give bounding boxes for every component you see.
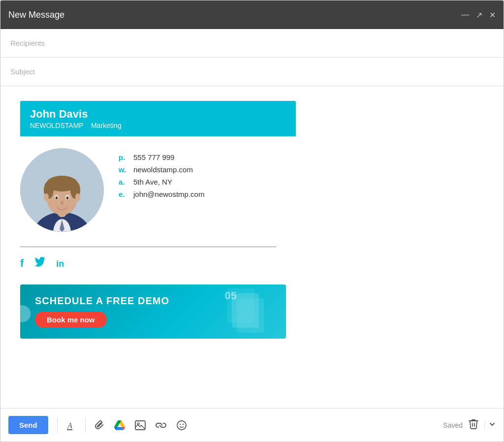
svg-point-25 (179, 423, 180, 424)
title-bar: New Message — ↗ ✕ (0, 0, 504, 29)
profile-section: p. 555 777 999 w. newoldstamp.com a. 5th… (20, 136, 296, 242)
format-text-icon[interactable]: A (62, 417, 81, 433)
saved-status: Saved (443, 421, 463, 429)
more-options-button[interactable] (484, 421, 496, 430)
svg-text:A: A (67, 421, 72, 430)
contact-info: p. 555 777 999 w. newoldstamp.com a. 5th… (119, 148, 204, 202)
web-label: w. (119, 165, 128, 174)
expand-button[interactable]: ↗ (476, 10, 482, 20)
company-line: NEWOLDSTAMP Marketing (30, 122, 286, 129)
minimize-button[interactable]: — (461, 10, 469, 19)
book-now-button[interactable]: Book me now (35, 312, 107, 328)
address-value: 5th Ave, NY (133, 178, 172, 186)
web-row: w. newoldstamp.com (119, 165, 204, 174)
signature-divider (20, 247, 276, 247)
address-row: a. 5th Ave, NY (119, 178, 204, 186)
twitter-icon[interactable] (34, 257, 45, 271)
avatar (20, 148, 104, 232)
phone-value: 555 777 999 (133, 153, 174, 161)
company-name: NEWOLDSTAMP (30, 122, 83, 129)
svg-point-12 (56, 196, 58, 199)
window-title: New Message (8, 10, 64, 20)
linkedin-icon[interactable]: in (56, 257, 64, 271)
delete-icon[interactable] (469, 418, 478, 432)
toolbar-divider-2 (85, 417, 86, 433)
insert-image-icon[interactable] (130, 417, 151, 433)
compose-window: New Message — ↗ ✕ John Davis NEWOLDSTAMP… (0, 0, 504, 442)
promo-content: SCHEDULE A FREE DEMO Book me now (35, 295, 169, 328)
name-banner: John Davis NEWOLDSTAMP Marketing (20, 101, 296, 136)
facebook-icon[interactable]: f (20, 257, 24, 271)
subject-row (0, 58, 504, 86)
toolbar-right: Saved (443, 418, 496, 432)
avatar-image (20, 148, 104, 232)
social-icons: f in (20, 257, 296, 271)
svg-point-15 (44, 193, 49, 201)
svg-point-16 (75, 193, 80, 201)
globe-decoration: ● (20, 289, 34, 334)
address-label: a. (119, 178, 128, 186)
email-value: john@newostmp.com (133, 190, 204, 198)
attach-file-icon[interactable] (90, 417, 109, 434)
recipients-row (0, 29, 504, 58)
signature-card: John Davis NEWOLDSTAMP Marketing (20, 101, 296, 339)
drive-icon[interactable] (109, 417, 130, 433)
send-button[interactable]: Send (8, 416, 48, 434)
svg-point-26 (182, 423, 183, 424)
promo-title: SCHEDULE A FREE DEMO (35, 295, 169, 307)
phone-label: p. (119, 153, 128, 161)
svg-point-24 (177, 421, 186, 430)
department-name: Marketing (91, 122, 121, 129)
window-controls: — ↗ ✕ (461, 10, 496, 20)
promo-decoration (222, 288, 271, 335)
email-label: e. (119, 190, 128, 198)
full-name: John Davis (30, 108, 286, 121)
toolbar: Send A (0, 408, 504, 442)
body-area[interactable]: John Davis NEWOLDSTAMP Marketing (0, 86, 504, 408)
web-value: newoldstamp.com (133, 165, 193, 174)
emoji-icon[interactable] (171, 417, 192, 434)
phone-row: p. 555 777 999 (119, 153, 204, 161)
svg-point-13 (66, 196, 69, 199)
subject-input[interactable] (10, 67, 494, 76)
promo-banner[interactable]: ● SCHEDULE A FREE DEMO Book me now 05 (20, 284, 286, 339)
insert-link-icon[interactable] (151, 419, 171, 432)
svg-point-14 (61, 201, 63, 205)
svg-rect-19 (227, 288, 254, 323)
email-row: e. john@newostmp.com (119, 190, 204, 198)
close-button[interactable]: ✕ (489, 10, 496, 20)
toolbar-divider-1 (57, 417, 58, 433)
recipients-input[interactable] (10, 39, 494, 47)
